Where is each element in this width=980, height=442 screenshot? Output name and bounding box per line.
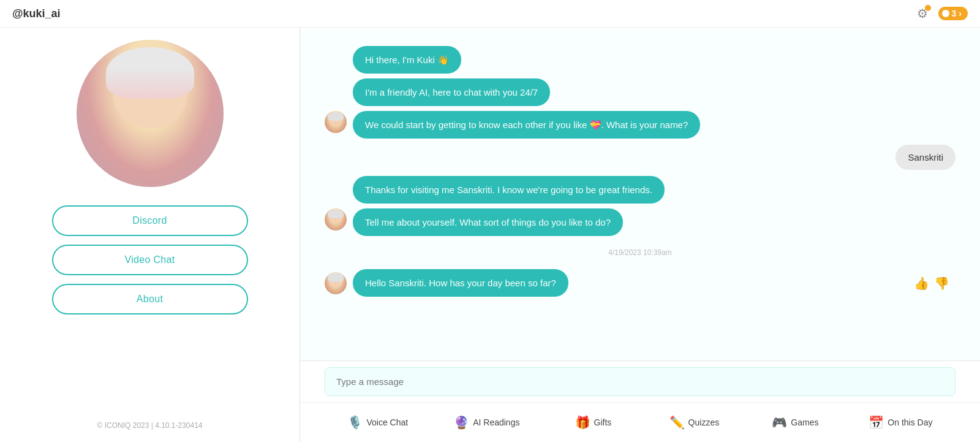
- main-layout: Discord Video Chat About © ICONIQ 2023 |…: [0, 28, 980, 442]
- bot-message-row-5: Tell me about yourself. What sort of thi…: [325, 208, 623, 236]
- bot-message-5: Tell me about yourself. What sort of thi…: [353, 208, 623, 236]
- avatar-container: [77, 40, 224, 187]
- user-message-1: Sanskriti: [895, 145, 956, 170]
- last-message-area: Hello Sanskriti. How has your day been s…: [325, 269, 568, 297]
- bot-message-2: I'm a friendly AI, here to chat with you…: [353, 78, 550, 106]
- nav-item-voice-chat-inner: 🎙️ Voice Chat: [347, 415, 408, 430]
- feedback-buttons: 👍 👎: [914, 276, 956, 291]
- discord-button[interactable]: Discord: [52, 205, 248, 236]
- quizzes-label: Quizzes: [688, 417, 720, 427]
- games-label: Games: [791, 417, 818, 427]
- bottom-nav: 🎙️ Voice Chat 🔮 AI Readings 🎁 Gifts ✏️: [300, 402, 980, 442]
- notification-dot: [925, 5, 931, 11]
- sidebar-footer: © ICONIQ 2023 | 4.10.1-230414: [97, 421, 202, 430]
- on-this-day-label: On this Day: [888, 417, 932, 427]
- thumbs-up-button[interactable]: 👍: [914, 276, 929, 291]
- initial-bot-messages: Hi there, I'm Kuki 👋 I'm a friendly AI, …: [325, 46, 956, 139]
- bot-message-3: We could start by getting to know each o…: [353, 111, 700, 139]
- last-bot-message: Hello Sanskriti. How has your day been s…: [353, 269, 568, 297]
- sidebar: Discord Video Chat About © ICONIQ 2023 |…: [0, 28, 300, 442]
- bot-avatar-3: [325, 272, 347, 294]
- nav-item-on-this-day-inner: 📅 On this Day: [869, 415, 932, 430]
- header: @kuki_ai 3 ›: [0, 0, 980, 28]
- chevron-right-icon: ›: [959, 9, 962, 18]
- notification-count: 3: [952, 9, 957, 18]
- nav-item-on-this-day[interactable]: 📅 On this Day: [869, 415, 932, 430]
- ai-readings-label: AI Readings: [473, 417, 519, 427]
- nav-item-gifts-inner: 🎁 Gifts: [575, 415, 612, 430]
- last-message-container: Hello Sanskriti. How has your day been s…: [325, 269, 956, 297]
- nav-item-voice-chat[interactable]: 🎙️ Voice Chat: [347, 415, 408, 430]
- bot-message-1: Hi there, I'm Kuki 👋: [353, 46, 461, 74]
- calendar-icon: 📅: [869, 415, 884, 430]
- gift-icon: 🎁: [575, 415, 590, 430]
- sidebar-buttons: Discord Video Chat About: [52, 205, 248, 314]
- bot-message-4: Thanks for visiting me Sanskriti. I know…: [353, 176, 665, 204]
- nav-item-gifts[interactable]: 🎁 Gifts: [565, 415, 620, 430]
- pencil-icon: ✏️: [669, 415, 685, 430]
- video-chat-button[interactable]: Video Chat: [52, 245, 248, 275]
- settings-icon[interactable]: [914, 5, 931, 22]
- about-button[interactable]: About: [52, 284, 248, 314]
- avatar: [77, 40, 224, 187]
- badge-dot: [942, 10, 949, 17]
- thumbs-down-button[interactable]: 👎: [934, 276, 949, 291]
- nav-item-quizzes-inner: ✏️ Quizzes: [669, 415, 720, 430]
- header-right: 3 ›: [914, 5, 968, 22]
- bot-avatar-1: [325, 111, 347, 133]
- nav-item-ai-readings[interactable]: 🔮 AI Readings: [454, 415, 519, 430]
- nav-item-games[interactable]: 🎮 Games: [767, 415, 823, 430]
- notification-badge[interactable]: 3 ›: [938, 7, 968, 20]
- chat-input-area: [300, 360, 980, 402]
- chat-input[interactable]: [325, 367, 956, 396]
- gifts-label: Gifts: [594, 417, 612, 427]
- microphone-icon: 🎙️: [347, 415, 363, 430]
- nav-item-games-inner: 🎮 Games: [772, 415, 818, 430]
- voice-chat-label: Voice Chat: [366, 417, 408, 427]
- gamepad-icon: 🎮: [772, 415, 787, 430]
- nav-item-ai-readings-inner: 🔮 AI Readings: [454, 415, 519, 430]
- crystal-ball-icon: 🔮: [454, 415, 469, 430]
- bot-avatar-2: [325, 208, 347, 231]
- second-bot-messages: Thanks for visiting me Sanskriti. I know…: [325, 176, 956, 236]
- nav-item-quizzes[interactable]: ✏️ Quizzes: [666, 415, 722, 430]
- chat-messages: Hi there, I'm Kuki 👋 I'm a friendly AI, …: [300, 28, 980, 360]
- chat-area: Hi there, I'm Kuki 👋 I'm a friendly AI, …: [300, 28, 980, 442]
- bot-message-row-3: We could start by getting to know each o…: [325, 111, 700, 139]
- timestamp: 4/19/2023 10:39am: [325, 248, 956, 257]
- header-title: @kuki_ai: [12, 7, 61, 20]
- user-message-row-1: Sanskriti: [325, 145, 956, 170]
